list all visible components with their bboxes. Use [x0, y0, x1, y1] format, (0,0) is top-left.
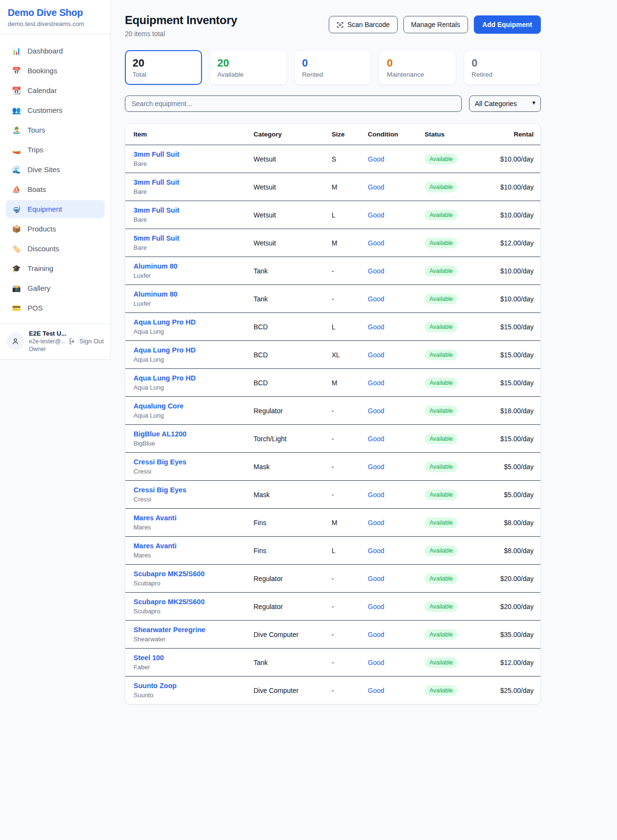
table-row: Scubapro MK25/S600 Scubapro Regulator - … [125, 593, 540, 621]
item-condition-link[interactable]: Good [368, 519, 384, 527]
stat-card-total[interactable]: 20 Total [125, 50, 202, 85]
header-actions: Scan Barcode Manage Rentals Add Equipmen… [329, 15, 541, 34]
item-condition-link[interactable]: Good [368, 267, 384, 275]
item-name-link[interactable]: Scubapro MK25/S600 [134, 598, 204, 606]
item-category: BCD [254, 369, 332, 397]
category-select[interactable]: All Categories [469, 95, 541, 112]
item-name-link[interactable]: Cressi Big Eyes [134, 458, 187, 466]
item-size: M [332, 369, 368, 397]
user-role: Owner [29, 346, 64, 352]
item-condition-link[interactable]: Good [368, 183, 384, 191]
item-category: Wetsuit [254, 145, 332, 173]
item-brand: Bare [134, 188, 254, 195]
item-name-link[interactable]: Aluminum 80 [134, 290, 177, 298]
item-name-link[interactable]: 5mm Full Suit [134, 234, 179, 242]
sidebar-item-boats[interactable]: ⛵ Boats [6, 180, 105, 198]
item-name-link[interactable]: Mares Avanti [134, 542, 176, 550]
sidebar-item-equipment[interactable]: 🤿 Equipment [6, 200, 105, 218]
stat-card-maintenance[interactable]: 0 Maintenance [379, 50, 456, 85]
sidebar-item-trips[interactable]: 🚤 Trips [6, 141, 105, 159]
scan-barcode-label: Scan Barcode [348, 21, 390, 28]
item-rental: $10.00/day [488, 145, 540, 173]
item-size: - [332, 593, 368, 621]
sidebar-item-customers[interactable]: 👥 Customers [6, 101, 105, 119]
item-name-link[interactable]: Aluminum 80 [134, 262, 177, 270]
item-condition-link[interactable]: Good [368, 155, 384, 163]
app-root: Demo Dive Shop demo.test.divestreams.com… [0, 0, 617, 724]
item-condition-link[interactable]: Good [368, 575, 384, 583]
manage-rentals-button[interactable]: Manage Rentals [403, 16, 468, 33]
status-badge: Available [425, 182, 457, 192]
item-name-link[interactable]: Aqua Lung Pro HD [134, 374, 196, 382]
sidebar-item-bookings[interactable]: 📅 Bookings [6, 62, 105, 80]
item-brand: Bare [134, 216, 254, 223]
item-condition-link[interactable]: Good [368, 379, 384, 387]
item-rental: $5.00/day [488, 453, 540, 481]
sidebar-item-products[interactable]: 📦 Products [6, 220, 105, 238]
stat-label: Maintenance [387, 71, 448, 78]
sidebar-item-dashboard[interactable]: 📊 Dashboard [6, 42, 105, 60]
sidebar-item-gallery[interactable]: 📸 Gallery [6, 279, 105, 297]
item-name-link[interactable]: Aqua Lung Pro HD [134, 318, 196, 326]
item-condition-link[interactable]: Good [368, 547, 384, 555]
item-rental: $20.00/day [488, 593, 540, 621]
stat-card-retired[interactable]: 0 Retired [464, 50, 541, 85]
item-name-link[interactable]: Suunto Zoop [134, 682, 176, 690]
item-condition-link[interactable]: Good [368, 407, 384, 415]
item-name-link[interactable]: Steel 100 [134, 654, 164, 662]
item-condition-link[interactable]: Good [368, 295, 384, 303]
item-name-link[interactable]: Scubapro MK25/S600 [134, 570, 204, 578]
scan-barcode-button[interactable]: Scan Barcode [329, 16, 398, 33]
item-condition-link[interactable]: Good [368, 659, 384, 666]
tours-icon: 🏝️ [12, 126, 21, 134]
item-name-link[interactable]: 3mm Full Suit [134, 150, 179, 158]
item-brand: Cressi [134, 496, 254, 503]
status-badge: Available [425, 294, 457, 304]
item-category: Tank [254, 257, 332, 285]
item-condition-link[interactable]: Good [368, 631, 384, 638]
stat-card-available[interactable]: 20 Available [210, 50, 287, 85]
table-row: Mares Avanti Mares Fins L Good Available… [125, 537, 540, 565]
item-category: BCD [254, 341, 332, 369]
item-name-link[interactable]: Cressi Big Eyes [134, 486, 187, 494]
item-name-link[interactable]: 3mm Full Suit [134, 178, 179, 186]
sidebar-item-dive-sites[interactable]: 🌊 Dive Sites [6, 161, 105, 178]
item-size: L [332, 313, 368, 341]
sign-out-button[interactable]: Sign Out [68, 338, 104, 345]
item-name-link[interactable]: Aqualung Core [134, 402, 184, 410]
search-input[interactable] [125, 95, 462, 112]
item-condition-link[interactable]: Good [368, 463, 384, 471]
sidebar-item-tours[interactable]: 🏝️ Tours [6, 121, 105, 139]
sidebar-item-training[interactable]: 🎓 Training [6, 259, 105, 277]
table-row: Aqua Lung Pro HD Aqua Lung BCD L Good Av… [125, 313, 540, 341]
bookings-icon: 📅 [12, 67, 21, 74]
sidebar-item-discounts[interactable]: 🏷️ Discounts [6, 240, 105, 257]
stat-label: Total [133, 71, 194, 78]
item-condition-link[interactable]: Good [368, 351, 384, 359]
item-condition-link[interactable]: Good [368, 603, 384, 610]
item-condition-link[interactable]: Good [368, 687, 384, 694]
add-equipment-button[interactable]: Add Equipment [474, 15, 541, 34]
item-condition-link[interactable]: Good [368, 323, 384, 331]
item-brand: Mares [134, 524, 254, 531]
item-condition-link[interactable]: Good [368, 491, 384, 499]
item-rental: $12.00/day [488, 229, 540, 257]
item-name-link[interactable]: Mares Avanti [134, 514, 176, 522]
item-condition-link[interactable]: Good [368, 435, 384, 443]
sidebar-item-calendar[interactable]: 📆 Calendar [6, 81, 105, 99]
stat-label: Retired [471, 71, 533, 78]
gallery-icon: 📸 [12, 285, 21, 292]
item-name-link[interactable]: Aqua Lung Pro HD [134, 346, 196, 354]
user-email: e2e-tester@... [29, 338, 64, 345]
stat-card-rented[interactable]: 0 Rented [295, 50, 372, 85]
item-category: Fins [254, 509, 332, 537]
item-condition-link[interactable]: Good [368, 239, 384, 247]
item-name-link[interactable]: 3mm Full Suit [134, 206, 179, 214]
item-name-link[interactable]: BigBlue AL1200 [134, 430, 187, 438]
item-condition-link[interactable]: Good [368, 211, 384, 219]
item-rental: $35.00/day [488, 621, 540, 649]
sidebar-item-pos[interactable]: 💳 POS [6, 299, 105, 317]
table-row: 3mm Full Suit Bare Wetsuit S Good Availa… [125, 145, 540, 173]
item-name-link[interactable]: Shearwater Peregrine [134, 626, 205, 634]
item-rental: $5.00/day [488, 481, 540, 509]
